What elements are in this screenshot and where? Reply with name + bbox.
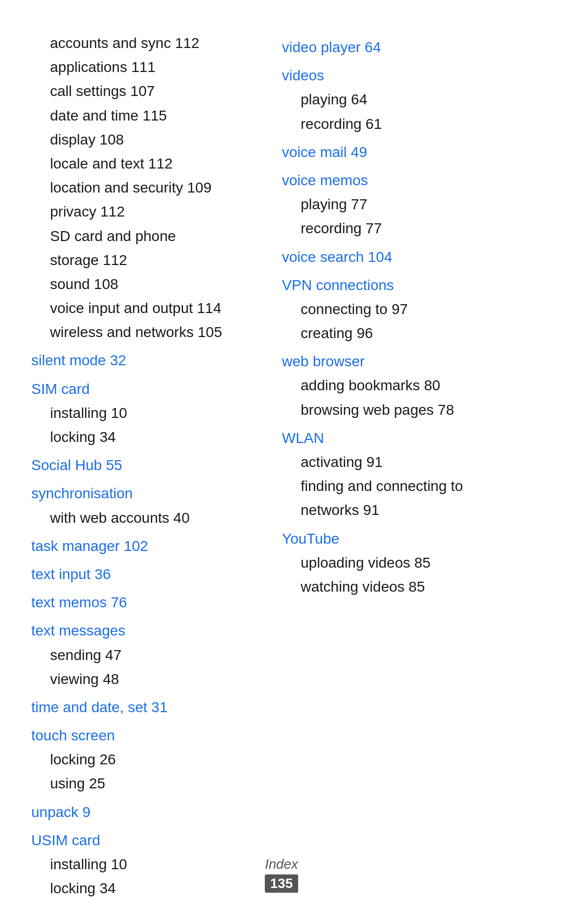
index-term: installing bbox=[50, 405, 107, 421]
index-page: 64 bbox=[347, 91, 368, 107]
index-term: playing bbox=[301, 91, 347, 107]
index-page: 78 bbox=[434, 402, 454, 418]
index-term: VPN connections bbox=[282, 277, 394, 293]
index-page: 61 bbox=[362, 116, 382, 132]
index-page: 40 bbox=[169, 510, 190, 526]
list-item: browsing web pages 78 bbox=[282, 398, 532, 422]
list-item: sound 108 bbox=[31, 272, 261, 296]
list-item: viewing 48 bbox=[31, 667, 261, 691]
index-page: 109 bbox=[183, 179, 212, 196]
index-term: WLAN bbox=[282, 430, 324, 446]
index-page: 85 bbox=[410, 555, 431, 571]
list-item: voice search 104 bbox=[282, 245, 532, 269]
index-term: connecting to bbox=[301, 301, 388, 317]
list-item: WLAN bbox=[282, 426, 532, 450]
list-item: text messages bbox=[31, 619, 261, 643]
index-page: 31 bbox=[148, 699, 168, 715]
index-page: 34 bbox=[95, 429, 116, 445]
index-page: 49 bbox=[347, 144, 367, 160]
list-item: text memos 76 bbox=[31, 591, 261, 615]
list-item: recording 61 bbox=[282, 112, 532, 136]
list-item: synchronisation bbox=[31, 482, 261, 506]
list-item: locking 26 bbox=[31, 748, 261, 772]
index-page: 115 bbox=[139, 107, 167, 124]
index-term: web browser bbox=[282, 353, 365, 369]
footer-page: 135 bbox=[265, 874, 298, 893]
index-term: synchronisation bbox=[31, 485, 133, 501]
index-page: 25 bbox=[85, 775, 105, 791]
index-term: unpack bbox=[31, 804, 78, 820]
list-item: display 108 bbox=[31, 128, 261, 152]
index-page: 47 bbox=[101, 647, 121, 663]
index-term: sound bbox=[50, 276, 90, 292]
list-item: videos bbox=[282, 64, 532, 88]
index-page: 80 bbox=[420, 377, 440, 393]
index-page: 9 bbox=[78, 804, 90, 820]
list-item: recording 77 bbox=[282, 217, 532, 241]
index-term: SIM card bbox=[31, 381, 90, 397]
index-term: task manager bbox=[31, 538, 120, 554]
list-item: Social Hub 55 bbox=[31, 453, 261, 477]
list-item: wireless and networks 105 bbox=[31, 320, 261, 344]
index-page: 111 bbox=[127, 59, 156, 75]
left-column: accounts and sync 112applications 111cal… bbox=[31, 31, 272, 901]
list-item: sending 47 bbox=[31, 643, 261, 667]
index-page: 85 bbox=[405, 579, 425, 595]
list-item: unpack 9 bbox=[31, 800, 261, 824]
index-term: with web accounts bbox=[50, 510, 169, 526]
index-term: storage bbox=[50, 252, 99, 268]
index-term: voice input and output bbox=[50, 300, 193, 316]
list-item: installing 10 bbox=[31, 401, 261, 425]
list-item: text input 36 bbox=[31, 562, 261, 586]
index-term: locale and text bbox=[50, 155, 144, 172]
index-term: date and time bbox=[50, 107, 139, 124]
index-page: 91 bbox=[362, 454, 383, 470]
index-term: call settings bbox=[50, 83, 126, 99]
index-term: text messages bbox=[31, 622, 126, 639]
index-page: 112 bbox=[96, 203, 125, 220]
index-page: 26 bbox=[95, 751, 116, 767]
index-term: networks bbox=[301, 502, 359, 518]
list-item: accounts and sync 112 bbox=[31, 31, 261, 55]
index-term: sending bbox=[50, 647, 101, 663]
list-item: voice input and output 114 bbox=[31, 296, 261, 320]
list-item: USIM card bbox=[31, 829, 261, 853]
index-term: uploading videos bbox=[301, 555, 410, 571]
index-page: 55 bbox=[102, 457, 122, 473]
index-term: adding bookmarks bbox=[301, 377, 420, 393]
list-item: privacy 112 bbox=[31, 200, 261, 224]
list-item: networks 91 bbox=[282, 498, 532, 522]
index-page: 112 bbox=[144, 155, 173, 172]
list-item: video player 64 bbox=[282, 35, 532, 59]
index-term: watching videos bbox=[301, 579, 405, 595]
index-page: 76 bbox=[107, 594, 127, 610]
list-item: activating 91 bbox=[282, 450, 532, 474]
index-page: 97 bbox=[387, 301, 408, 317]
list-item: connecting to 97 bbox=[282, 297, 532, 321]
list-item: YouTube bbox=[282, 527, 532, 551]
index-term: locking bbox=[50, 429, 95, 445]
list-item: SD card and phone bbox=[31, 224, 261, 248]
list-item: locale and text 112 bbox=[31, 152, 261, 176]
list-item: voice mail 49 bbox=[282, 140, 532, 164]
index-page: 112 bbox=[171, 35, 200, 51]
list-item: creating 96 bbox=[282, 321, 532, 345]
page-content: accounts and sync 112applications 111cal… bbox=[31, 31, 532, 901]
index-term: privacy bbox=[50, 203, 96, 220]
index-term: viewing bbox=[50, 671, 99, 687]
index-page: 104 bbox=[364, 249, 393, 265]
index-page: 64 bbox=[361, 39, 381, 55]
index-term: voice mail bbox=[282, 144, 347, 160]
index-term: display bbox=[50, 131, 95, 148]
index-page: 32 bbox=[106, 352, 126, 368]
list-item: storage 112 bbox=[31, 248, 261, 272]
index-page: 96 bbox=[352, 325, 373, 341]
index-term: activating bbox=[301, 454, 362, 470]
index-term: voice memos bbox=[282, 172, 368, 188]
index-term: playing bbox=[301, 196, 347, 212]
index-term: using bbox=[50, 775, 85, 791]
index-page: 77 bbox=[347, 196, 368, 212]
index-term: USIM card bbox=[31, 832, 100, 848]
list-item: SIM card bbox=[31, 377, 261, 401]
list-item: playing 77 bbox=[282, 193, 532, 217]
